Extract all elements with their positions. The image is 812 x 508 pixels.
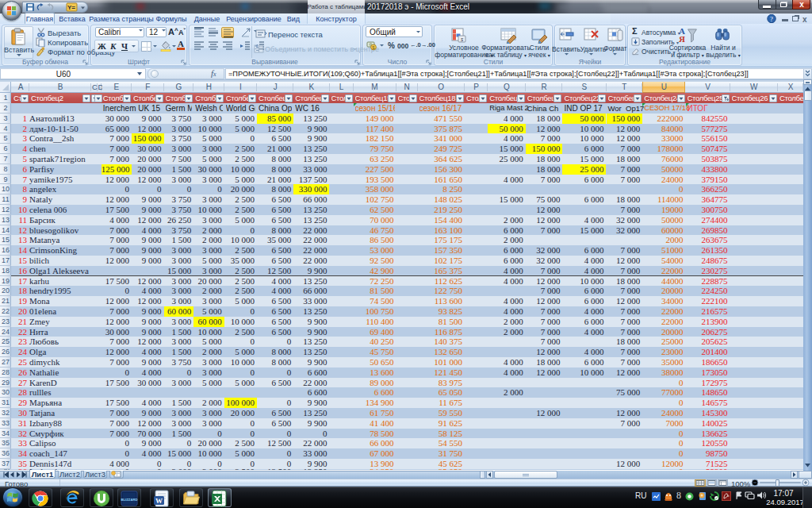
- svg-text:BLIZZARD: BLIZZARD: [121, 498, 138, 502]
- svg-text:W: W: [155, 497, 163, 505]
- svg-text:?: ?: [770, 15, 773, 23]
- svg-text:Y=: Y=: [67, 4, 75, 11]
